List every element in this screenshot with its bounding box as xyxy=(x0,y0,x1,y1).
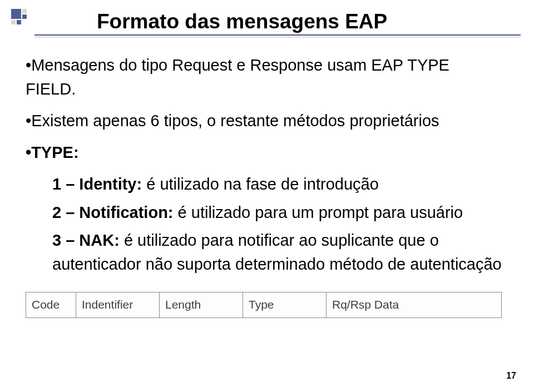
type-2-text: é utilizado para um prompt para usuário xyxy=(174,204,463,221)
col-code: Code xyxy=(26,292,76,318)
type-1-text: é utilizado na fase de introdução xyxy=(142,175,379,193)
slide-title: Formato das mensagens EAP xyxy=(97,10,502,33)
title-rule xyxy=(34,34,521,36)
type-1-label: 1 – Identity: xyxy=(52,175,142,193)
col-type: Type xyxy=(243,292,327,318)
type-list: 1 – Identity: é utilizado na fase de int… xyxy=(52,172,502,277)
bullet-1: •Mensagens do tipo Request e Response us… xyxy=(26,53,502,101)
type-2-label: 2 – Notification: xyxy=(52,204,174,221)
bullet-2: •Existem apenas 6 tipos, o restante méto… xyxy=(26,109,502,133)
bullet-type-label: •TYPE: xyxy=(26,141,502,165)
packet-table: Code Indentifier Length Type Rq/Rsp Data xyxy=(26,292,502,318)
corner-decoration xyxy=(11,9,33,32)
page-number: 17 xyxy=(506,371,516,381)
table-row: Code Indentifier Length Type Rq/Rsp Data xyxy=(26,292,502,318)
col-data: Rq/Rsp Data xyxy=(327,292,502,318)
type-2: 2 – Notification: é utilizado para um pr… xyxy=(52,201,502,225)
type-3-text: é utilizado para notificar ao suplicante… xyxy=(52,231,502,273)
type-1: 1 – Identity: é utilizado na fase de int… xyxy=(52,172,502,196)
slide: Formato das mensagens EAP •Mensagens do … xyxy=(0,0,534,392)
col-identifier: Indentifier xyxy=(76,292,160,318)
slide-body: •Mensagens do tipo Request e Response us… xyxy=(26,53,502,318)
type-3-label: 3 – NAK: xyxy=(52,231,120,249)
type-3: 3 – NAK: é utilizado para notificar ao s… xyxy=(52,229,502,276)
col-length: Length xyxy=(160,292,243,318)
